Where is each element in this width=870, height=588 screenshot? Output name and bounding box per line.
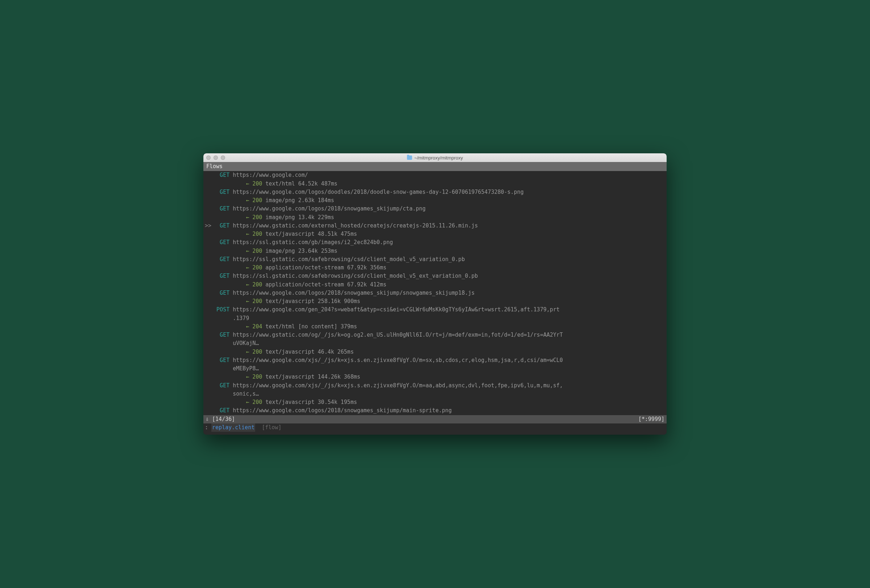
window-title: ~/mitmproxy/mitmproxy [407,155,463,160]
flow-row-continuation: uVOKajN… [203,339,667,347]
response-meta: text/javascript 258.16k 900ms [266,297,361,306]
request-url: https://www.google.com/xjs/_/js/k=xjs.s.… [229,382,563,390]
flow-row[interactable]: GEThttps://www.google.com/xjs/_/js/k=xjs… [203,382,667,390]
close-button[interactable] [206,156,211,160]
response-row: ← 204 text/html [no content] 379ms [203,322,667,331]
flow-row[interactable]: >> GEThttps://www.gstatic.com/external_h… [203,222,667,230]
window-title-text: ~/mitmproxy/mitmproxy [414,155,463,160]
status-code: 200 [252,398,262,407]
cmd-input-text[interactable]: replay.client [212,423,255,432]
response-arrow-icon: ← [246,264,252,272]
status-code: 200 [252,213,262,222]
flow-row[interactable]: GEThttps://www.google.com/ [203,171,667,180]
selection-marker [203,171,213,180]
response-row: ← 200 text/javascript 258.16k 900ms [203,297,667,306]
selection-marker [203,356,213,365]
http-method: GET [213,331,229,339]
request-url: https://www.google.com/logos/2018/snowga… [229,289,474,297]
status-code: 200 [252,230,262,238]
response-arrow-icon: ← [246,247,252,255]
status-code: 200 [252,180,262,188]
minimize-button[interactable] [213,156,218,160]
response-meta: image/png 23.64k 253ms [266,247,338,255]
flow-row[interactable]: GEThttps://www.google.com/xjs/_/js/k=xjs… [203,356,667,365]
request-url-continuation: sonic,s… [203,390,259,398]
status-bar: ⇩ [14/36] [*:9999] [203,415,667,423]
response-meta: application/octet-stream 67.92k 356ms [266,264,386,272]
http-method: GET [213,238,229,246]
response-meta: application/octet-stream 67.92k 412ms [266,281,386,289]
http-method: GET [213,289,229,297]
response-row: ← 200 image/png 23.64k 253ms [203,247,667,255]
flow-row[interactable]: GEThttps://ssl.gstatic.com/gb/images/i2_… [203,238,667,246]
response-arrow-icon: ← [246,373,252,381]
request-url: https://www.google.com/logos/2018/snowga… [229,205,426,213]
status-code: 200 [252,348,262,356]
response-arrow-icon: ← [246,196,252,205]
flow-row-continuation: .1379 [203,314,667,322]
http-method: GET [213,171,229,180]
response-row: ← 200 text/html 64.52k 487ms [203,180,667,188]
request-url: https://www.google.com/logos/2018/snowga… [229,407,451,415]
status-code: 204 [252,322,262,331]
selection-marker [203,306,213,314]
request-url: https://www.gstatic.com/og/_/js/k=og.og2… [229,331,563,339]
flow-row[interactable]: GEThttps://www.gstatic.com/og/_/js/k=og.… [203,331,667,339]
status-code: 200 [252,281,262,289]
selection-marker [203,407,213,415]
request-url: https://www.google.com/xjs/_/js/k=xjs.s.… [229,356,563,365]
response-row: ← 200 image/png 13.4k 229ms [203,213,667,222]
selection-marker: >> [203,222,213,230]
flow-row[interactable]: GEThttps://ssl.gstatic.com/safebrowsing/… [203,272,667,280]
cmd-hint: [flow] [255,423,281,432]
response-row: ← 200 text/javascript 30.54k 195ms [203,398,667,407]
response-row: ← 200 text/javascript 48.51k 475ms [203,230,667,238]
flow-list[interactable]: GEThttps://www.google.com/ ← 200 text/ht… [203,171,667,415]
request-url: https://ssl.gstatic.com/safebrowsing/csd… [229,255,465,264]
terminal-window: ~/mitmproxy/mitmproxy Flows GEThttps://w… [203,153,667,435]
response-row: ← 200 text/javascript 144.26k 368ms [203,373,667,381]
http-method: GET [213,407,229,415]
terminal-body[interactable]: Flows GEThttps://www.google.com/ ← 200 t… [203,162,667,435]
http-method: GET [213,255,229,264]
http-method: GET [213,188,229,196]
request-url: https://ssl.gstatic.com/safebrowsing/csd… [229,272,478,280]
status-code: 200 [252,373,262,381]
flow-row[interactable]: GEThttps://ssl.gstatic.com/safebrowsing/… [203,255,667,264]
traffic-lights [206,156,225,160]
flows-header-label: Flows [206,163,223,169]
http-method: POST [213,306,229,314]
flow-row[interactable]: POSThttps://www.google.com/gen_204?s=web… [203,306,667,314]
command-line[interactable]: : replay.client [flow] [203,423,667,433]
folder-icon [407,156,412,160]
flow-row[interactable]: GEThttps://www.google.com/logos/2018/sno… [203,289,667,297]
response-row: ← 200 application/octet-stream 67.92k 35… [203,264,667,272]
flow-position: [14/36] [212,415,235,423]
more-below-icon: ⇩ [206,415,209,423]
flow-row[interactable]: GEThttps://www.google.com/logos/2018/sno… [203,205,667,213]
window-titlebar[interactable]: ~/mitmproxy/mitmproxy [203,153,667,162]
status-code: 200 [252,297,262,306]
response-meta: text/javascript 48.51k 475ms [266,230,357,238]
status-code: 200 [252,247,262,255]
response-arrow-icon: ← [246,322,252,331]
response-arrow-icon: ← [246,297,252,306]
response-arrow-icon: ← [246,281,252,289]
http-method: GET [213,356,229,365]
response-meta: image/png 2.63k 184ms [266,196,334,205]
response-meta: text/javascript 30.54k 195ms [266,398,357,407]
http-method: GET [213,222,229,230]
request-url: https://ssl.gstatic.com/gb/images/i2_2ec… [229,238,393,246]
response-meta: text/javascript 46.4k 265ms [266,348,354,356]
zoom-button[interactable] [221,156,225,160]
http-method: GET [213,382,229,390]
request-url: https://www.google.com/logos/doodles/201… [229,188,524,196]
selection-marker [203,255,213,264]
response-arrow-icon: ← [246,230,252,238]
flows-header: Flows [203,162,667,171]
flow-row-continuation: sonic,s… [203,390,667,398]
flow-row[interactable]: GEThttps://www.google.com/logos/2018/sno… [203,407,667,415]
response-meta: text/javascript 144.26k 368ms [266,373,361,381]
flow-row[interactable]: GEThttps://www.google.com/logos/doodles/… [203,188,667,196]
selection-marker [203,382,213,390]
